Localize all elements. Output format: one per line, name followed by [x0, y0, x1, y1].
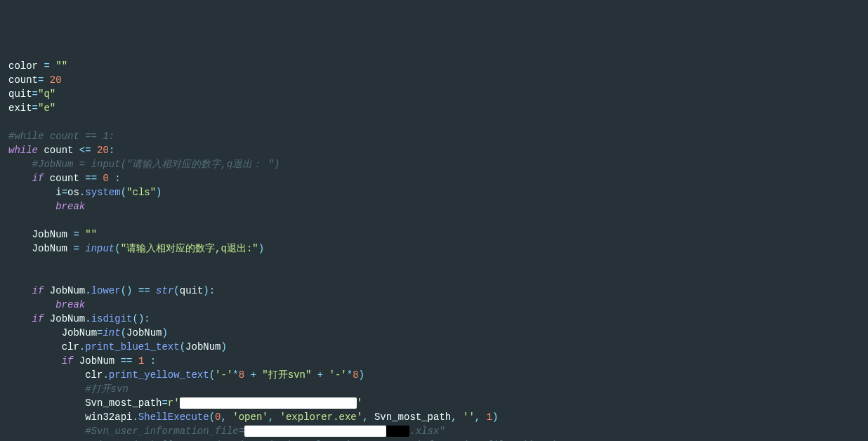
code-line: quit="q"	[8, 87, 868, 101]
code-line: #JobNum = input("请输入相对应的数字,q退出： ")	[8, 157, 868, 171]
code-line	[8, 270, 868, 284]
code-line: win32api.ShellExecute(0, 'open', 'explor…	[8, 410, 868, 424]
code-line: JobNum=int(JobNum)	[8, 326, 868, 340]
code-line: color = ""	[8, 59, 868, 73]
code-line	[8, 115, 868, 129]
code-editor[interactable]: color = ""count= 20quit="q"exit="e"#whil…	[8, 59, 868, 441]
code-line: i=os.system("cls")	[8, 185, 868, 199]
code-line: if JobNum.isdigit():	[8, 312, 868, 326]
code-line: if JobNum.lower() == str(quit):	[8, 284, 868, 298]
redacted-text: xxxx	[386, 426, 410, 437]
code-line: if count == 0 :	[8, 171, 868, 185]
code-line	[8, 256, 868, 270]
code-line: #win32api.ShellExecute(0, 'open', 'excel…	[8, 438, 868, 441]
code-line: JobNum = input("请输入相对应的数字,q退出:")	[8, 242, 868, 256]
code-line: JobNum = ""	[8, 228, 868, 242]
code-line: break	[8, 199, 868, 213]
code-line: if JobNum == 1 :	[8, 354, 868, 368]
code-line: clr.print_yellow_text('-'*8 + "打开svn" + …	[8, 368, 868, 382]
code-line: count= 20	[8, 73, 868, 87]
code-line: clr.print_blue1_text(JobNum)	[8, 340, 868, 354]
code-line	[8, 213, 868, 228]
code-line: Svn_most_path=r'xxxxxxxxxxxxxxxxxxxxxxxx…	[8, 396, 868, 410]
code-line: #Svn_user_information_file=xxxxxxxxxxxxx…	[8, 424, 868, 438]
redacted-text: xxxxxxxxxxxxxxxxxxxxxxxx	[244, 426, 386, 437]
code-line: while count <= 20:	[8, 143, 868, 157]
code-line: break	[8, 298, 868, 312]
code-line: exit="e"	[8, 101, 868, 115]
code-line: #while count == 1:	[8, 129, 868, 143]
redacted-text: xxxxxxxxxxxxxxxxxxxxxxxxxxxxxx	[180, 397, 357, 409]
code-line: #打开svn	[8, 382, 868, 396]
